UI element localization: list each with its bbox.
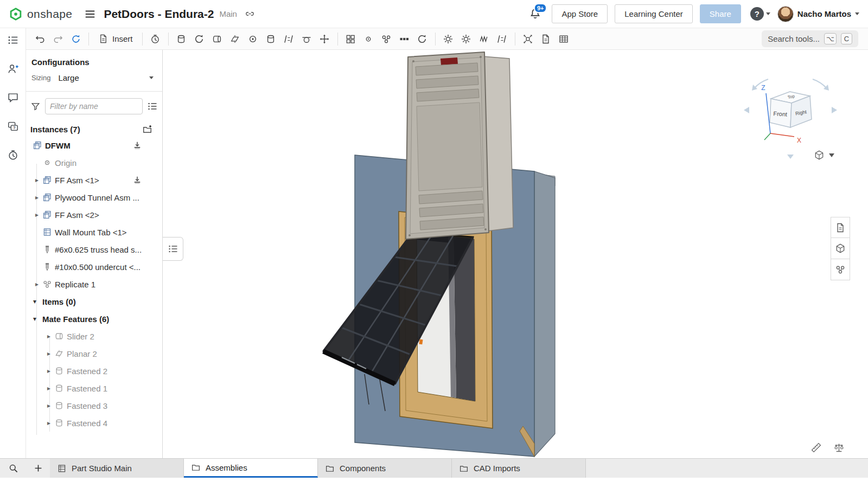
tree-row-ff-asm-1[interactable]: ▸ FF Asm <1> xyxy=(26,171,162,189)
add-folder-icon[interactable] xyxy=(142,124,152,134)
mate-row-fastened-2[interactable]: ▸ Fastened 2 xyxy=(26,362,162,380)
mate-row-fastened-3[interactable]: ▸ Fastened 3 xyxy=(26,397,162,414)
chevron-right-icon[interactable]: ▸ xyxy=(33,280,41,288)
pan-down-arrow-icon[interactable] xyxy=(787,155,794,159)
assembly-viewport-model[interactable]: Top Front Right Z X xyxy=(163,50,868,458)
comments-button[interactable] xyxy=(4,88,22,107)
search-tabs-button[interactable] xyxy=(0,459,26,478)
chevron-right-icon[interactable]: ▸ xyxy=(44,402,53,409)
follow-mode-button[interactable] xyxy=(4,60,22,78)
circular-pattern-button[interactable] xyxy=(414,30,431,48)
tab-part-studio-main[interactable]: Part Studio Main xyxy=(50,459,184,478)
tree-row-dfwm[interactable]: DFWM xyxy=(26,137,162,154)
document-menu-icon[interactable] xyxy=(84,8,96,20)
parallel-mate-button[interactable] xyxy=(316,30,333,48)
filter-icon[interactable] xyxy=(30,101,41,112)
update-configuration-button[interactable] xyxy=(67,30,84,48)
ball-mate-button[interactable] xyxy=(245,30,261,48)
chevron-down-icon xyxy=(829,153,834,157)
view-cube-front-label[interactable]: Front xyxy=(773,110,787,117)
history-button[interactable] xyxy=(4,146,22,164)
rack-relation-button[interactable] xyxy=(458,30,475,48)
help-menu-button[interactable]: ? xyxy=(750,7,770,21)
sizing-dropdown[interactable]: Large xyxy=(57,72,157,84)
slider-mate-button[interactable] xyxy=(209,30,226,48)
list-options-icon[interactable] xyxy=(147,101,158,112)
app-store-button[interactable]: App Store xyxy=(552,4,608,23)
fastened-mate-button[interactable] xyxy=(173,30,190,48)
mate-button[interactable] xyxy=(147,30,164,48)
new-tab-button[interactable] xyxy=(26,459,50,478)
workspace-name[interactable]: Main xyxy=(219,9,237,18)
door-flap-housing[interactable] xyxy=(406,52,513,239)
tab-assemblies[interactable]: Assemblies xyxy=(184,459,318,478)
group-button[interactable] xyxy=(342,30,359,48)
learning-center-button[interactable]: Learning Center xyxy=(615,4,693,23)
redo-button[interactable] xyxy=(49,30,66,48)
cylindrical-mate-button[interactable] xyxy=(263,30,279,48)
chevron-right-icon[interactable]: ▸ xyxy=(44,419,53,427)
mate-row-fastened-1[interactable]: ▸ Fastened 1 xyxy=(26,380,162,397)
user-menu-button[interactable]: Nacho Martos xyxy=(777,6,859,22)
view-cube[interactable]: Top Front Right Z X xyxy=(744,79,837,159)
share-button[interactable]: Share xyxy=(700,4,741,23)
tree-row-wall-mount-tab[interactable]: Wall Mount Tab <1> xyxy=(26,223,162,241)
appearance-panel-button[interactable] xyxy=(831,238,850,259)
insert-button[interactable]: Insert xyxy=(93,30,138,48)
graphics-area[interactable]: Top Front Right Z X xyxy=(163,50,868,458)
pin-slot-mate-button[interactable] xyxy=(280,30,297,48)
bom-table-button[interactable] xyxy=(556,30,572,48)
assembly-structure-button[interactable] xyxy=(4,31,22,49)
chevron-right-icon[interactable]: ▸ xyxy=(44,332,53,340)
named-positions-button[interactable] xyxy=(538,30,554,48)
panel-collapse-handle[interactable] xyxy=(163,237,183,261)
pan-right-arrow-icon[interactable] xyxy=(832,107,837,113)
notifications-button[interactable]: 9+ xyxy=(529,8,541,20)
swap-instance-button[interactable] xyxy=(494,30,510,48)
chevron-right-icon[interactable]: ▸ xyxy=(44,367,53,375)
chevron-right-icon[interactable]: ▸ xyxy=(33,194,41,201)
share-link-icon[interactable] xyxy=(245,9,255,19)
mate-row-planar-2[interactable]: ▸ Planar 2 xyxy=(26,345,162,362)
undo-button[interactable] xyxy=(31,30,48,48)
mate-connector-button[interactable] xyxy=(360,30,377,48)
chevron-right-icon[interactable]: ▸ xyxy=(33,211,41,219)
search-tools-button[interactable]: Search tools... ⌥ C xyxy=(762,30,858,47)
chevron-right-icon[interactable]: ▸ xyxy=(44,384,53,392)
linear-pattern-button[interactable] xyxy=(396,30,413,48)
fixed-anchor-icon xyxy=(132,175,142,185)
screw-relation-button[interactable] xyxy=(476,30,493,48)
chevron-right-icon[interactable]: ▸ xyxy=(44,350,53,357)
tree-row-plywood-tunnel[interactable]: ▸ Plywood Tunnel Asm ... xyxy=(26,189,162,206)
named-views-panel-button[interactable] xyxy=(831,217,850,238)
mate-row-fastened-4[interactable]: ▸ Fastened 4 xyxy=(26,414,162,432)
tree-row-ff-asm-2[interactable]: ▸ FF Asm <2> xyxy=(26,206,162,223)
onshape-logo[interactable]: onshape xyxy=(9,7,72,21)
items-section-header[interactable]: ▾ Items (0) xyxy=(26,293,162,310)
mate-row-slider-2[interactable]: ▸ Slider 2 xyxy=(26,328,162,345)
tree-row-undercut-screw[interactable]: #10x0.500 undercut <... xyxy=(26,258,162,275)
tree-row-replicate-1[interactable]: ▸ Replicate 1 xyxy=(26,275,162,293)
tab-components[interactable]: Components xyxy=(318,459,452,478)
filter-input[interactable] xyxy=(45,98,143,114)
chevron-right-icon[interactable]: ▸ xyxy=(33,176,41,184)
mate-features-section-header[interactable]: ▾ Mate Features (6) xyxy=(26,310,162,328)
chevron-down-icon[interactable]: ▾ xyxy=(30,298,39,305)
tree-row-origin[interactable]: Origin xyxy=(26,154,162,171)
measure-button[interactable] xyxy=(808,440,824,454)
tree-row-truss-screw[interactable]: #6x0.625 truss head s... xyxy=(26,241,162,258)
exploded-views-button[interactable] xyxy=(520,30,537,48)
configuration-panel-button[interactable] xyxy=(831,259,850,280)
chevron-down-icon[interactable]: ▾ xyxy=(30,315,39,323)
gear-relation-button[interactable] xyxy=(440,30,457,48)
tangent-mate-button[interactable] xyxy=(298,30,315,48)
pan-left-arrow-icon[interactable] xyxy=(744,107,749,113)
help-forum-button[interactable]: ? xyxy=(4,117,22,136)
planar-mate-button[interactable] xyxy=(227,30,244,48)
revolute-mate-button[interactable] xyxy=(191,30,208,48)
view-options-button[interactable] xyxy=(815,151,834,159)
assembly-icon xyxy=(42,192,52,202)
tab-cad-imports[interactable]: CAD Imports xyxy=(452,459,586,478)
mass-properties-button[interactable] xyxy=(831,440,846,454)
replicate-button[interactable] xyxy=(378,30,395,48)
